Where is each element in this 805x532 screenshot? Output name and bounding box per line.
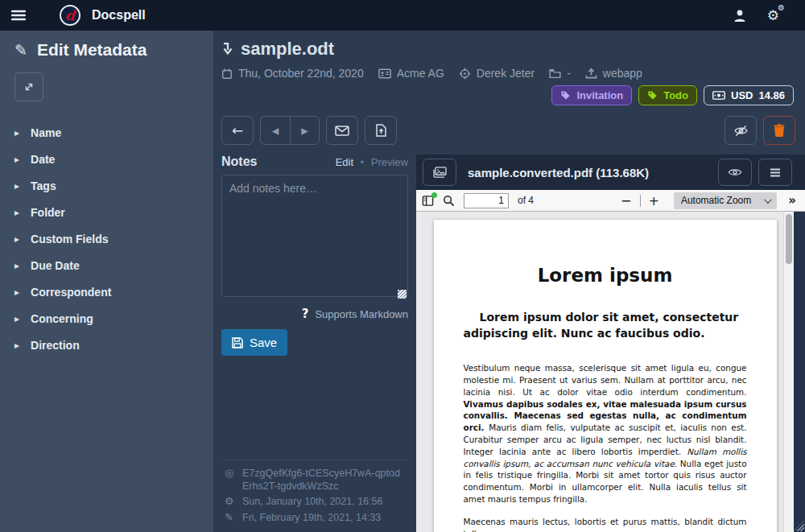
sidebar-item-name[interactable]: ▸Name bbox=[14, 119, 199, 146]
zoom-out-button[interactable]: − bbox=[613, 193, 639, 208]
pdf-viewer[interactable]: Lorem ipsum Lorem ipsum dolor sit amet, … bbox=[416, 212, 794, 532]
metadata-sections: ▸Name ▸Date ▸Tags ▸Folder ▸Custom Fields… bbox=[14, 119, 199, 358]
images-icon bbox=[433, 167, 447, 178]
logo-letter: d bbox=[64, 8, 76, 23]
hide-item-button[interactable] bbox=[724, 116, 757, 145]
item-id-row: ◎ E7zgQefKfg6-tCEScyeH7wA-qptodErhs2T-tg… bbox=[223, 467, 407, 493]
notes-title: Notes bbox=[221, 155, 257, 169]
sidebar-item-due-date[interactable]: ▸Due Date bbox=[14, 252, 199, 278]
gear-icon: ⚙ bbox=[223, 495, 235, 509]
view-native-button[interactable] bbox=[718, 159, 752, 186]
sidebar-item-label: Due Date bbox=[31, 259, 80, 272]
item-created-row: ⚙ Sun, January 10th, 2021, 16:56 bbox=[223, 495, 407, 509]
user-icon[interactable] bbox=[733, 9, 746, 23]
pdf-zoom-select[interactable]: Automatic Zoom bbox=[674, 192, 777, 209]
panel-gutter bbox=[794, 212, 805, 532]
sidebar-item-direction[interactable]: ▸Direction bbox=[14, 332, 199, 358]
item-id: E7zgQefKfg6-tCEScyeH7wA-qptodErhs2T-tgdv… bbox=[242, 467, 407, 493]
document-meta-row: Thu, October 22nd, 2020 Acme AG Derek Je… bbox=[221, 67, 795, 80]
pdf-scrollbar[interactable] bbox=[783, 212, 794, 532]
question-icon[interactable]: ? bbox=[302, 307, 309, 321]
settings-cogs-icon[interactable]: ⚙⚙ bbox=[767, 7, 779, 23]
pdf-paragraph: Maecenas mauris lectus, lobortis et puru… bbox=[464, 516, 747, 532]
prev-item-button[interactable]: ◂ bbox=[260, 116, 290, 145]
sidebar-item-custom-fields[interactable]: ▸Custom Fields bbox=[14, 225, 199, 252]
notes-header: Notes Edit • Preview bbox=[221, 155, 408, 169]
tag-label: Invitation bbox=[576, 89, 623, 101]
markdown-hint: ? Supports Markdown bbox=[221, 307, 408, 321]
sidebar-item-label: Direction bbox=[31, 339, 80, 352]
pdf-zoom-value: Automatic Zoom bbox=[681, 195, 751, 206]
item-correspondent: Acme AG bbox=[378, 67, 444, 80]
attachment-select-button[interactable] bbox=[423, 159, 456, 186]
chevron-right-icon: ▸ bbox=[14, 313, 19, 324]
document-title: sample.odt bbox=[241, 39, 334, 60]
sidebar-item-label: Folder bbox=[31, 206, 65, 219]
tag-badge-todo[interactable]: Todo bbox=[638, 85, 697, 105]
add-file-button[interactable] bbox=[365, 116, 397, 145]
custom-field-value: 14.86 bbox=[758, 89, 785, 101]
sidebar-title-label: Edit Metadata bbox=[37, 40, 147, 60]
back-button[interactable]: ← bbox=[221, 116, 254, 145]
chevron-right-icon: ▸ bbox=[14, 127, 19, 138]
zoom-in-button[interactable]: + bbox=[641, 193, 667, 208]
custom-field-badge-usd[interactable]: USD 14.86 bbox=[704, 85, 794, 105]
notes-edit-link[interactable]: Edit bbox=[336, 156, 353, 168]
item-toolbar: ← ◂ ▸ bbox=[213, 105, 805, 145]
main-panel: sample.odt Thu, October 22nd, 2020 Acme … bbox=[213, 31, 805, 532]
sidebar-item-label: Custom Fields bbox=[31, 233, 108, 245]
chevron-right-icon: ▸ bbox=[14, 207, 19, 218]
upload-icon bbox=[585, 68, 597, 79]
notes-input[interactable] bbox=[221, 175, 408, 297]
item-concerning: Derek Jeter bbox=[459, 67, 535, 80]
pdf-doc-title: Lorem ipsum bbox=[464, 265, 747, 286]
pdf-page-input[interactable] bbox=[464, 193, 509, 208]
pdf-page: Lorem ipsum Lorem ipsum dolor sit amet, … bbox=[434, 220, 777, 532]
pdf-scrollbar-thumb[interactable] bbox=[786, 214, 792, 264]
save-button[interactable]: Save bbox=[221, 329, 287, 356]
delete-item-button[interactable] bbox=[763, 116, 795, 145]
chevron-down-icon bbox=[764, 196, 772, 204]
item-date: Thu, October 22nd, 2020 bbox=[221, 67, 364, 80]
tag-badge-invitation[interactable]: Invitation bbox=[551, 85, 632, 105]
pdf-toolbar: of 4 − + Automatic Zoom » bbox=[416, 190, 805, 212]
crosshairs-icon bbox=[459, 68, 471, 80]
calendar-icon bbox=[221, 68, 233, 80]
sidebar-item-concerning[interactable]: ▸Concerning bbox=[14, 305, 199, 332]
expand-collapse-button[interactable] bbox=[14, 72, 43, 101]
item-date-value: Thu, October 22nd, 2020 bbox=[238, 67, 364, 80]
sidebar-title: ✎ Edit Metadata bbox=[14, 40, 199, 60]
document-header: sample.odt Thu, October 22nd, 2020 Acme … bbox=[213, 31, 805, 105]
pdf-tools-expand-icon[interactable]: » bbox=[788, 193, 796, 208]
send-mail-button[interactable] bbox=[326, 116, 358, 145]
tag-label: Todo bbox=[663, 89, 688, 101]
pencil-icon: ✎ bbox=[14, 41, 27, 59]
tag-icon bbox=[560, 90, 571, 101]
money-bill-icon bbox=[712, 91, 725, 100]
pdf-search-icon[interactable] bbox=[443, 195, 455, 207]
resize-grip-icon[interactable] bbox=[398, 290, 407, 299]
sidebar-item-tags[interactable]: ▸Tags bbox=[14, 172, 199, 199]
top-navbar: d Docspell ⚙⚙ bbox=[0, 0, 805, 31]
notes-textarea-wrap bbox=[221, 175, 408, 300]
menu-icon[interactable] bbox=[11, 10, 26, 21]
sidebar-item-correspondent[interactable]: ▸Correspondent bbox=[14, 278, 199, 305]
chevron-right-icon: ▸ bbox=[14, 180, 19, 192]
sidebar-item-date[interactable]: ▸Date bbox=[14, 146, 199, 172]
attachment-menu-button[interactable] bbox=[758, 159, 792, 186]
pdf-body: Lorem ipsum Lorem ipsum dolor sit amet, … bbox=[416, 212, 805, 532]
save-button-label: Save bbox=[250, 336, 277, 349]
docspell-logo-icon[interactable]: d bbox=[60, 5, 80, 26]
chevron-right-icon: ▸ bbox=[14, 260, 19, 271]
pdf-zoom-controls: − + Automatic Zoom » bbox=[613, 192, 799, 209]
notes-preview-link[interactable]: Preview bbox=[371, 156, 408, 168]
sidebar-item-folder[interactable]: ▸Folder bbox=[14, 199, 199, 225]
pdf-sidebar-toggle-icon[interactable] bbox=[422, 195, 434, 207]
content-row: Notes Edit • Preview ? Supports Markdown bbox=[213, 155, 805, 532]
item-folder: - bbox=[549, 67, 571, 80]
sidebar-item-label: Date bbox=[31, 153, 55, 166]
markdown-hint-label[interactable]: Supports Markdown bbox=[315, 308, 408, 320]
next-item-button[interactable]: ▸ bbox=[290, 116, 320, 145]
viewer-resize-grip[interactable] bbox=[794, 521, 804, 531]
attachment-header-right bbox=[718, 159, 799, 186]
